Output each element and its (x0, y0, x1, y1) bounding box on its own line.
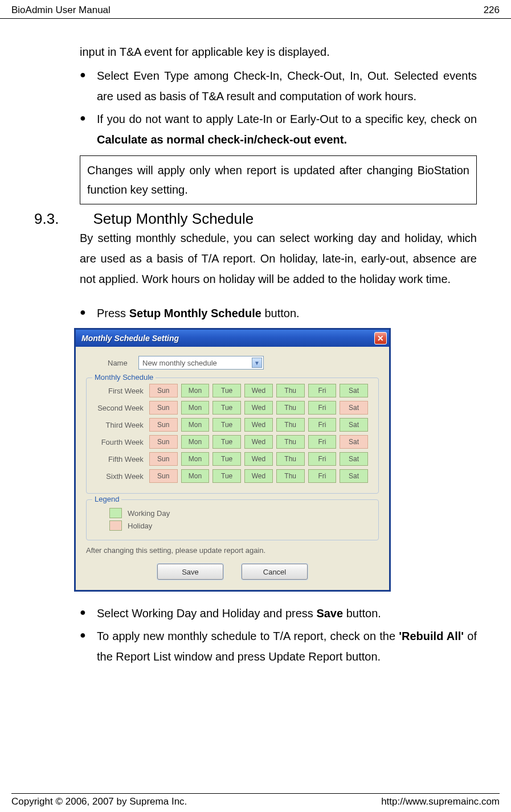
day-cell[interactable]: Sun (149, 418, 178, 432)
legend-group: Legend Working Day Holiday (86, 499, 379, 540)
working-swatch (109, 508, 122, 518)
after-change-note: After changing this setting, please upda… (86, 546, 379, 555)
day-cell[interactable]: Tue (212, 384, 241, 397)
week-row: Fourth WeekSunMonTueWedThuFriSat (93, 435, 371, 449)
day-cell[interactable]: Sun (149, 469, 178, 483)
week-label: Sixth Week (93, 472, 149, 481)
day-cell[interactable]: Wed (244, 418, 273, 432)
day-cell[interactable]: Wed (244, 469, 273, 483)
week-row: Third WeekSunMonTueWedThuFriSat (93, 418, 371, 432)
dialog-title: Monthly Schedule Setting (81, 334, 179, 343)
day-cell[interactable]: Wed (244, 452, 273, 466)
day-cell[interactable]: Fri (308, 384, 337, 397)
week-label: Fourth Week (93, 438, 149, 446)
day-cell[interactable]: Thu (276, 418, 305, 432)
bullet-list-top: Select Even Type among Check-In, Check-O… (80, 65, 477, 150)
day-cell[interactable]: Sun (149, 401, 178, 415)
week-row: First WeekSunMonTueWedThuFriSat (93, 384, 371, 397)
footer-copyright: Copyright © 2006, 2007 by Suprema Inc. (11, 796, 187, 807)
legend-label: Legend (92, 495, 121, 503)
day-cell[interactable]: Mon (181, 384, 210, 397)
bullet-item: Press Setup Monthly Schedule button. (80, 303, 477, 323)
cancel-button[interactable]: Cancel (242, 564, 308, 580)
bullet-item: Select Working Day and Holiday and press… (80, 603, 477, 624)
day-cell[interactable]: Tue (212, 452, 241, 466)
week-row: Sixth WeekSunMonTueWedThuFriSat (93, 469, 371, 483)
day-cell[interactable]: Wed (244, 435, 273, 449)
intro-text: input in T&A event for applicable key is… (80, 42, 477, 62)
save-button[interactable]: Save (157, 564, 223, 580)
legend-working-row: Working Day (109, 508, 371, 518)
bullet-item: Select Even Type among Check-In, Check-O… (80, 65, 477, 106)
section-title: Setup Monthly Schedule (93, 210, 254, 228)
day-cell[interactable]: Fri (308, 452, 337, 466)
day-cell[interactable]: Tue (212, 469, 241, 483)
note-box: Changes will apply only when report is u… (80, 155, 477, 204)
day-cell[interactable]: Sun (149, 452, 178, 466)
legend-holiday-row: Holiday (109, 520, 371, 531)
week-label: Second Week (93, 404, 149, 412)
chevron-down-icon: ▼ (252, 358, 262, 368)
legend-holiday-text: Holiday (128, 522, 152, 530)
week-label: First Week (93, 387, 149, 395)
footer-url: http://www.supremainc.com (381, 796, 500, 807)
day-cell[interactable]: Thu (276, 469, 305, 483)
page-footer: Copyright © 2006, 2007 by Suprema Inc. h… (11, 793, 500, 807)
bullet-item: To apply new monthly schedule to T/A rep… (80, 626, 477, 667)
day-cell[interactable]: Sat (340, 401, 368, 415)
day-cell[interactable]: Fri (308, 401, 337, 415)
dialog-body: Name New monthly schedule ▼ Monthly Sche… (76, 347, 389, 590)
legend-working-text: Working Day (128, 509, 170, 518)
bullet-list-bottom: Select Working Day and Holiday and press… (80, 603, 477, 667)
day-cell[interactable]: Thu (276, 384, 305, 397)
dialog-buttons: Save Cancel (86, 564, 379, 580)
bullet-press: Press Setup Monthly Schedule button. (80, 303, 477, 323)
page-number: 226 (484, 5, 500, 16)
group-legend: Monthly Schedule (92, 373, 156, 382)
name-row: Name New monthly schedule ▼ (86, 356, 379, 370)
day-cell[interactable]: Thu (276, 401, 305, 415)
name-label: Name (108, 359, 138, 367)
day-cell[interactable]: Tue (212, 401, 241, 415)
section-body: By setting monthly schedule, you can sel… (80, 228, 477, 289)
day-cell[interactable]: Thu (276, 452, 305, 466)
holiday-swatch (109, 520, 122, 531)
day-cell[interactable]: Wed (244, 384, 273, 397)
day-cell[interactable]: Sun (149, 435, 178, 449)
dialog-titlebar: Monthly Schedule Setting ✕ (76, 330, 389, 347)
section-number: 9.3. (34, 210, 59, 228)
day-cell[interactable]: Sat (340, 452, 368, 466)
day-cell[interactable]: Sat (340, 469, 368, 483)
name-combobox[interactable]: New monthly schedule ▼ (138, 356, 264, 370)
day-cell[interactable]: Thu (276, 435, 305, 449)
day-cell[interactable]: Wed (244, 401, 273, 415)
day-cell[interactable]: Fri (308, 418, 337, 432)
monthly-schedule-group: Monthly Schedule First WeekSunMonTueWedT… (86, 378, 379, 494)
day-cell[interactable]: Tue (212, 418, 241, 432)
day-cell[interactable]: Sat (340, 435, 368, 449)
day-cell[interactable]: Mon (181, 435, 210, 449)
day-cell[interactable]: Mon (181, 418, 210, 432)
week-label: Third Week (93, 421, 149, 429)
day-cell[interactable]: Mon (181, 401, 210, 415)
week-row: Fifth WeekSunMonTueWedThuFriSat (93, 452, 371, 466)
combo-value: New monthly schedule (142, 359, 217, 367)
bullet-item: If you do not want to apply Late-In or E… (80, 109, 477, 150)
day-cell[interactable]: Fri (308, 435, 337, 449)
day-cell[interactable]: Sun (149, 384, 178, 397)
close-icon: ✕ (377, 334, 384, 343)
close-button[interactable]: ✕ (374, 332, 387, 345)
section-header: 9.3. Setup Monthly Schedule (34, 210, 477, 228)
day-cell[interactable]: Mon (181, 469, 210, 483)
header-title: BioAdmin User Manual (11, 5, 111, 16)
day-cell[interactable]: Tue (212, 435, 241, 449)
page-content: input in T&A event for applicable key is… (0, 19, 511, 680)
day-cell[interactable]: Sat (340, 384, 368, 397)
week-row: Second WeekSunMonTueWedThuFriSat (93, 401, 371, 415)
week-label: Fifth Week (93, 455, 149, 464)
dialog-screenshot: Monthly Schedule Setting ✕ Name New mont… (74, 328, 477, 592)
day-cell[interactable]: Mon (181, 452, 210, 466)
page-header: BioAdmin User Manual 226 (0, 0, 511, 19)
day-cell[interactable]: Sat (340, 418, 368, 432)
day-cell[interactable]: Fri (308, 469, 337, 483)
